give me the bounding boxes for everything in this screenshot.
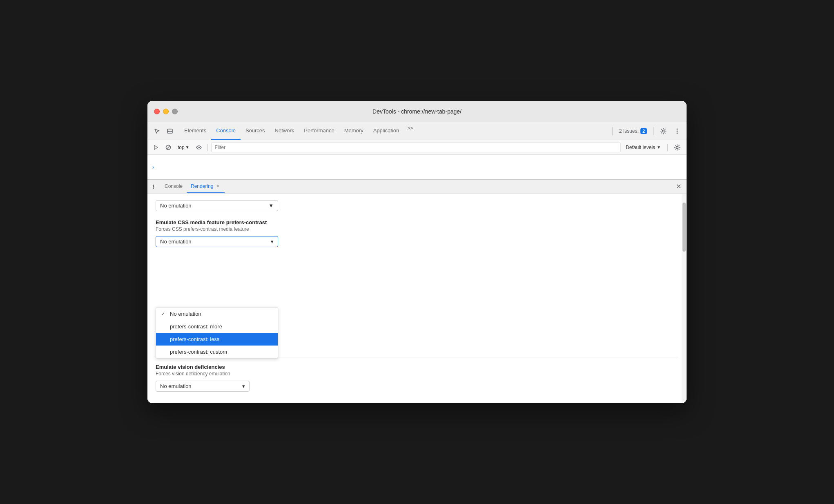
chevron-down-icon: ▾ <box>271 239 274 245</box>
section4-title: Emulate vision deficiencies <box>156 364 678 370</box>
panel-tab-rendering[interactable]: Rendering ✕ <box>187 180 225 193</box>
svg-line-8 <box>167 146 170 149</box>
levels-button[interactable]: Default levels ▼ <box>622 144 664 151</box>
section2-dropdown[interactable]: No emulation ▾ <box>156 236 278 247</box>
section-prefers-contrast: Emulate CSS media feature prefers-contra… <box>156 219 678 247</box>
option-prefers-custom[interactable]: prefers-contrast: custom <box>156 346 278 358</box>
section-contrast-prev: No emulation ▼ <box>156 200 678 211</box>
bottom-panel: Console Rendering ✕ ✕ No emulation ▼ <box>147 179 687 403</box>
section1-dropdown[interactable]: No emulation ▼ <box>156 200 278 211</box>
levels-chevron-icon: ▼ <box>657 145 661 149</box>
toolbar: top ▼ Default levels ▼ <box>147 140 687 155</box>
tab-application[interactable]: Application <box>368 122 404 140</box>
console-prompt-icon[interactable]: › <box>152 164 154 170</box>
minimize-button[interactable] <box>163 109 169 114</box>
scrollbar-thumb[interactable] <box>682 203 686 252</box>
title-bar: DevTools - chrome://new-tab-page/ <box>147 101 687 122</box>
dock-icon[interactable] <box>164 125 176 137</box>
chevron-down-icon: ▾ <box>242 383 245 389</box>
more-options-icon[interactable] <box>671 125 683 137</box>
tab-performance[interactable]: Performance <box>299 122 339 140</box>
issues-settings-icon[interactable] <box>671 141 683 154</box>
rendering-panel-content: No emulation ▼ Emulate CSS media feature… <box>147 194 687 403</box>
execute-icon[interactable] <box>151 142 161 153</box>
svg-point-12 <box>153 186 154 187</box>
block-icon[interactable] <box>163 142 174 153</box>
close-button[interactable] <box>154 109 160 114</box>
chevron-down-icon: ▼ <box>185 145 190 149</box>
svg-point-2 <box>662 130 665 132</box>
svg-point-11 <box>153 185 154 186</box>
context-selector[interactable]: top ▼ <box>175 144 192 151</box>
section2-title: Emulate CSS media feature prefers-contra… <box>156 219 678 225</box>
close-panel-icon[interactable]: ✕ <box>673 182 683 192</box>
divider <box>612 127 613 135</box>
tab-network[interactable]: Network <box>270 122 299 140</box>
option-prefers-more[interactable]: prefers-contrast: more <box>156 320 278 333</box>
devtools-window: DevTools - chrome://new-tab-page/ Elemen… <box>147 101 687 403</box>
panel-tab-console[interactable]: Console <box>161 180 187 193</box>
svg-point-4 <box>677 130 678 132</box>
dropdown-menu: ✓ No emulation prefers-contrast: more pr… <box>156 307 278 359</box>
checkmark-icon: ✓ <box>161 311 167 317</box>
tab-bar-icons <box>151 122 179 140</box>
svg-marker-6 <box>154 145 158 149</box>
cursor-icon[interactable] <box>151 125 163 137</box>
svg-point-10 <box>676 146 678 148</box>
tab-bar: Elements Console Sources Network Perform… <box>147 122 687 140</box>
more-tabs-button[interactable]: >> <box>404 122 416 134</box>
separator <box>207 144 208 151</box>
chevron-down-icon: ▼ <box>268 203 274 209</box>
window-title: DevTools - chrome://new-tab-page/ <box>372 108 462 115</box>
section4-desc: Forces vision deficiency emulation <box>156 371 678 377</box>
divider <box>653 127 654 135</box>
tab-elements[interactable]: Elements <box>179 122 211 140</box>
tab-memory[interactable]: Memory <box>339 122 368 140</box>
svg-rect-0 <box>167 129 172 133</box>
console-area: › <box>147 155 687 179</box>
traffic-lights <box>154 109 178 114</box>
tab-bar-right: 2 Issues: 2 <box>611 122 683 140</box>
close-tab-icon[interactable]: ✕ <box>215 183 221 189</box>
scrollbar[interactable] <box>682 194 687 403</box>
fullscreen-button[interactable] <box>172 109 178 114</box>
svg-point-5 <box>677 132 678 134</box>
panel-menu-icon[interactable] <box>151 182 161 192</box>
settings-icon[interactable] <box>657 125 669 137</box>
issues-count-badge: 2 <box>640 128 647 134</box>
section4-dropdown[interactable]: No emulation ▾ <box>156 381 250 392</box>
separator <box>667 144 668 151</box>
filter-input[interactable] <box>211 143 621 152</box>
option-no-emulation[interactable]: ✓ No emulation <box>156 308 278 320</box>
section-vision-deficiencies: Emulate vision deficiencies Forces visio… <box>156 364 678 392</box>
svg-point-13 <box>153 187 154 189</box>
issues-button[interactable]: 2 Issues: 2 <box>616 127 650 136</box>
svg-point-3 <box>677 128 678 129</box>
tab-console[interactable]: Console <box>211 122 241 140</box>
option-prefers-less[interactable]: prefers-contrast: less <box>156 333 278 346</box>
tab-sources[interactable]: Sources <box>241 122 270 140</box>
eye-icon[interactable] <box>194 142 204 153</box>
panel-tab-bar: Console Rendering ✕ ✕ <box>147 180 687 194</box>
svg-point-9 <box>198 147 199 148</box>
section2-desc: Forces CSS prefers-contrast media featur… <box>156 226 678 232</box>
